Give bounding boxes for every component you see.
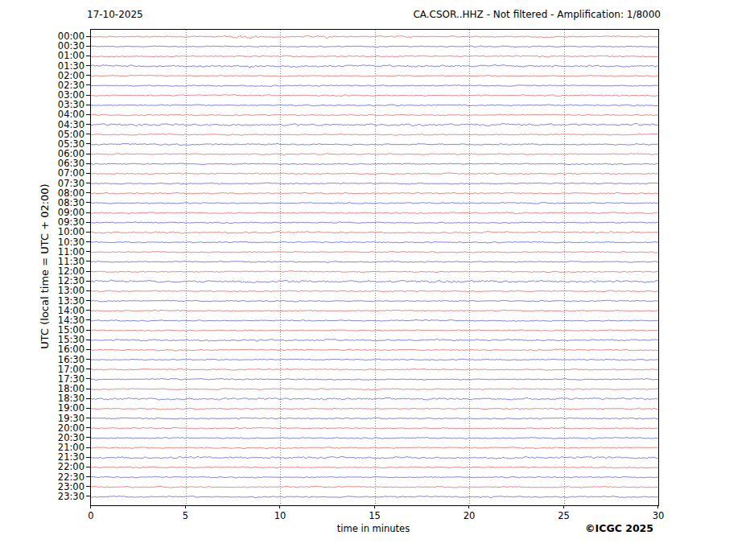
copyright-credit: ©ICGC 2025 <box>585 522 653 534</box>
x-tick-mark <box>90 505 91 509</box>
y-tick-mark <box>86 46 90 47</box>
x-tick-mark <box>185 505 186 509</box>
x-tick-mark <box>657 505 658 509</box>
x-tick-label: 30 <box>653 510 665 521</box>
y-tick-mark <box>86 261 90 261</box>
y-tick-mark <box>86 241 90 242</box>
y-tick-mark <box>86 369 90 369</box>
y-tick-mark <box>86 310 90 311</box>
x-tick-mark <box>279 505 280 509</box>
x-tick-mark <box>468 505 469 509</box>
y-tick-mark <box>86 183 90 183</box>
y-tick-mark <box>86 319 90 320</box>
y-tick-mark <box>86 173 90 174</box>
y-tick-mark <box>86 134 90 134</box>
y-tick-mark <box>86 65 90 66</box>
y-tick-mark <box>86 56 90 56</box>
y-tick-mark <box>86 437 90 438</box>
y-tick-mark <box>86 496 90 496</box>
y-tick-mark <box>86 163 90 164</box>
y-tick-mark <box>86 427 90 428</box>
y-tick-mark <box>86 143 90 144</box>
y-tick-mark <box>86 95 90 96</box>
y-tick-mark <box>86 222 90 223</box>
y-tick-mark <box>86 212 90 213</box>
y-tick-mark <box>86 105 90 105</box>
y-tick-mark <box>86 251 90 252</box>
y-tick-mark <box>86 300 90 301</box>
y-tick-mark <box>86 202 90 203</box>
x-tick-label: 25 <box>558 510 570 521</box>
y-tick-mark <box>86 378 90 379</box>
y-tick-mark <box>86 75 90 76</box>
x-tick-label: 15 <box>369 510 381 521</box>
x-tick-label: 5 <box>183 510 188 521</box>
y-tick-mark <box>86 290 90 291</box>
y-tick-mark <box>86 418 90 418</box>
y-tick-mark <box>86 408 90 409</box>
trace-canvas <box>91 30 658 505</box>
y-tick-mark <box>86 232 90 233</box>
y-tick-label: 23:30 <box>0 492 84 501</box>
y-tick-mark <box>86 389 90 389</box>
helicorder-figure: 17-10-2025 CA.CSOR..HHZ - Not filtered -… <box>0 0 746 560</box>
y-tick-mark <box>86 447 90 448</box>
x-tick-mark <box>563 505 564 509</box>
y-tick-mark <box>86 114 90 115</box>
y-tick-mark <box>86 281 90 282</box>
plot-area <box>90 29 659 506</box>
y-tick-mark <box>86 36 90 37</box>
x-tick-label: 20 <box>464 510 476 521</box>
y-tick-mark <box>86 476 90 477</box>
y-tick-mark <box>86 467 90 467</box>
y-tick-mark <box>86 271 90 272</box>
y-tick-mark <box>86 84 90 85</box>
x-tick-mark <box>374 505 375 509</box>
date-label: 17-10-2025 <box>87 9 143 20</box>
x-tick-label: 0 <box>88 510 93 521</box>
y-tick-mark <box>86 359 90 360</box>
y-tick-mark <box>86 486 90 487</box>
y-tick-mark <box>86 398 90 399</box>
y-tick-mark <box>86 124 90 125</box>
y-tick-mark <box>86 192 90 193</box>
y-tick-mark <box>86 349 90 350</box>
y-tick-mark <box>86 330 90 331</box>
x-axis-label: time in minutes <box>337 523 410 534</box>
y-tick-mark <box>86 340 90 340</box>
y-tick-mark <box>86 457 90 458</box>
y-tick-mark <box>86 154 90 154</box>
plot-title: CA.CSOR..HHZ - Not filtered - Amplificat… <box>413 9 661 20</box>
x-tick-label: 10 <box>274 510 286 521</box>
